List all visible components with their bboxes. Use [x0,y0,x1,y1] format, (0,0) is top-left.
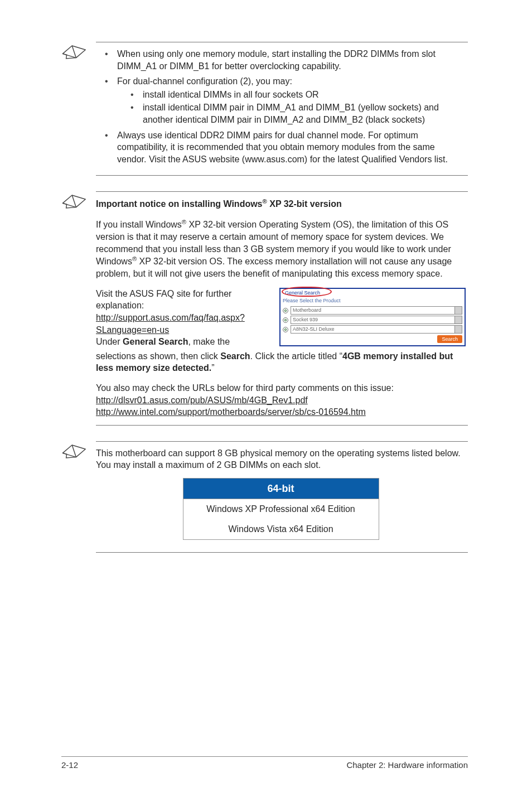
important-notice-heading: Important notice on installing Windows® … [96,197,466,210]
note-body-3: This motherboard can support 8 GB physic… [96,441,468,553]
sel-text: ” [211,363,214,373]
faq-screenshot: General Search Please Select the Product… [279,288,466,346]
note-icon [61,441,96,463]
under-bold: General Search [123,337,188,346]
sub-bullet: install identical DIMM pair in DIMM_A1 a… [130,102,466,125]
page-number: 2-12 [61,760,78,770]
note-icon [61,42,96,64]
bullet: Always use identical DDR2 DIMM pairs for… [105,129,466,166]
selections-line: selections as shown, then click Search. … [96,350,466,374]
heading-text: Important notice on installing Windows [96,200,263,209]
paragraph-text: If you install Windows [96,220,182,230]
third-party-url-2[interactable]: http://www.intel.com/support/motherboard… [96,407,366,417]
dd-row: Socket 939 [280,315,465,325]
radio-icon [283,327,288,332]
chapter-label: Chapter 2: Hardware information [346,760,468,770]
dd-row: A8N32-SLI Deluxe [280,325,465,334]
reg-mark: ® [182,219,186,225]
table-header: 64-bit [183,479,379,499]
sel-bold: Search [220,351,250,361]
reg-mark: ® [132,255,137,262]
sel-text: . Click the article titled “ [250,351,342,361]
please-select-label: Please Select the Product [280,297,465,306]
note-body-1: When using only one memory module, start… [96,42,468,176]
heading-text: XP 32-bit version [267,200,342,209]
faq-row: Visit the ASUS FAQ site for further expl… [96,288,466,348]
radio-icon [283,317,288,323]
note-body-2: Important notice on installing Windows® … [96,191,468,425]
third-party-intro: You also may check the URLs below for th… [96,383,394,393]
table-row: Windows XP Professional x64 Edition [183,499,379,519]
faq-link[interactable]: http://support.asus.com/faq/faq.aspx?SLa… [96,313,245,335]
under-text: Under [96,337,123,346]
bullet: When using only one memory module, start… [105,48,466,72]
bullet: For dual-channel configuration (2), you … [105,75,466,125]
sub-bullet: install identical DIMMs in all four sock… [130,89,466,101]
third-party-url-1[interactable]: http://dlsvr01.asus.com/pub/ASUS/mb/4GB_… [96,395,308,405]
under-text: , make the [188,337,230,346]
radio-icon [283,308,288,313]
reg-mark: ® [263,198,267,205]
table-row: Windows Vista x64 Edition [183,519,379,539]
search-button[interactable]: Search [437,335,462,343]
note-block-1: When using only one memory module, start… [61,42,468,176]
note-icon [61,191,96,214]
faq-text: Visit the ASUS FAQ site for further expl… [96,288,270,348]
faq-tab-label: General Search [283,289,322,297]
dropdown[interactable]: A8N32-SLI Deluxe [291,325,462,334]
sel-text: selections as shown, then click [96,351,220,361]
faq-intro: Visit the ASUS FAQ site for further expl… [96,289,231,311]
note-block-3: This motherboard can support 8 GB physic… [61,441,468,553]
dropdown[interactable]: Socket 939 [291,316,462,324]
faq-tab: General Search [283,289,322,297]
page-footer: 2-12 Chapter 2: Hardware information [61,756,468,770]
bullet-text: For dual-channel configuration (2), you … [117,76,292,86]
dropdown[interactable]: Motherboard [291,306,462,315]
os-64bit-table: 64-bit Windows XP Professional x64 Editi… [183,478,379,539]
paragraph: This motherboard can support 8 GB physic… [96,447,466,471]
third-party-links: You also may check the URLs below for th… [96,382,466,418]
paragraph-text: XP 32-bit version OS. The excess memory … [96,257,452,279]
dd-row: Motherboard [280,306,465,315]
paragraph: If you install Windows® XP 32-bit versio… [96,218,466,280]
note-block-2: Important notice on installing Windows® … [61,191,468,425]
